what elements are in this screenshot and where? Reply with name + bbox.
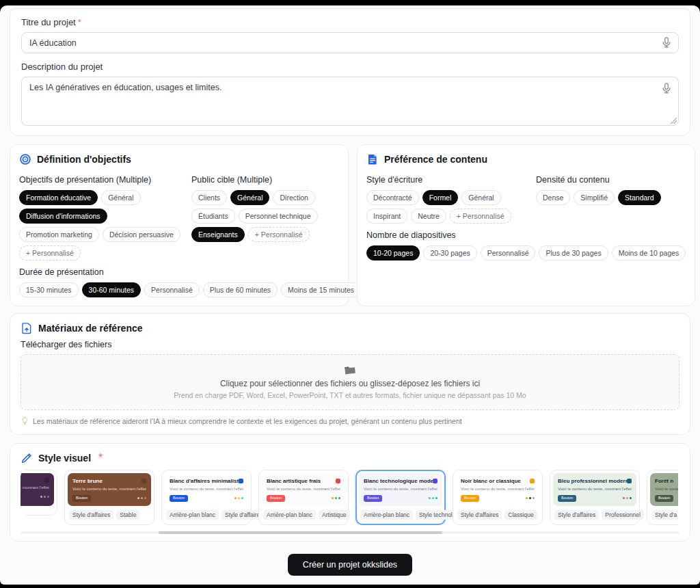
chip-decision-persuasive[interactable]: Décision persuasive [103,227,180,242]
chip-moins-de-10-pages[interactable]: Moins de 10 pages [612,245,686,260]
chip-personnalise[interactable]: + Personnalisé [248,227,310,242]
carousel-scrollbar-thumb[interactable] [159,531,442,534]
chip-personnalise[interactable]: Personnalisé [481,245,536,260]
chip-30-60-minutes[interactable]: 30-60 minutes [82,282,142,297]
chip-neutre[interactable]: Neutre [411,209,446,224]
project-title-label: Titre du projet* [21,17,679,27]
chip-20-30-pages[interactable]: 20-30 pages [423,245,476,260]
theme-color-dots [234,497,243,499]
chip-etudiants[interactable]: Étudiants [191,209,235,224]
theme-tag: Professionnel [602,510,644,520]
chip-group: 15-30 minutes30-60 minutesPersonnaliséPl… [19,282,339,297]
theme-color-square [142,479,146,483]
chip-personnalise[interactable]: + Personnalisé [450,209,511,224]
group-nombre-diapositives: Nombre de diapositives 10-20 pages20-30 … [366,230,686,260]
theme-name: Noir blanc or classique [461,478,521,484]
chip-personnalise[interactable]: Personnalisé [144,282,200,297]
chip-moins-de-15-minutes[interactable]: Moins de 15 minutes [281,282,361,297]
theme-tag: Arrière-plan blanc [166,510,219,520]
textarea-resize-handle[interactable] [671,118,677,124]
folder-icon [344,364,355,375]
chip-inspirant[interactable]: Inspirant [366,209,407,224]
theme-card-noir-blanc-or-classique[interactable]: Noir blanc or classiqueVoici le contenu … [453,470,543,525]
theme-tag: Style d'affaires [457,510,502,520]
voice-input-button[interactable] [660,82,673,94]
chip-general[interactable]: Général [461,190,500,205]
theme-tag: Arrière-plan blanc [263,510,316,520]
theme-color-square [336,479,340,483]
theme-tag: Classique [504,510,537,520]
theme-color-dots [429,497,438,499]
reference-tip-text: Les matériaux de référence aideront l'IA… [33,416,462,426]
group-densite-contenu: Densité du contenu DenseSimplifiéStandar… [536,168,686,224]
theme-tags: Style d'affairesClassique [456,506,539,522]
group-label: Nombre de diapositives [366,230,686,240]
theme-color-dots [526,497,535,499]
theme-preview: Forêt nVoici le contenu du texte, montra… [650,473,678,506]
theme-slot: Voici le contenu du texte, montrant l'ef… [21,470,57,516]
theme-card-bleu-professionnel-moderne[interactable]: Bleu professionnel moderneVoici le conte… [550,470,640,525]
theme-card-blanc-artistique-frais[interactable]: Blanc artistique fraisVoici le contenu d… [258,470,349,525]
voice-input-button[interactable] [660,36,673,49]
chip-clients[interactable]: Clients [191,190,227,205]
theme-sample-button: Bouton [170,495,188,502]
chip-enseignants[interactable]: Enseignants [191,227,245,242]
theme-tag: Arrière-plan blanc [360,510,413,520]
theme-name: Terre brune [72,478,103,484]
theme-tags: Style d'a [650,506,678,522]
chip-formel[interactable]: Formel [422,190,459,205]
chip-simplifie[interactable]: Simplifié [574,190,615,205]
section-title: Préférence de contenu [384,154,487,165]
pen-icon [21,452,33,464]
chip-group: ClientsGénéralDirectionÉtudiantsPersonne… [191,190,339,242]
theme-sample-text: Voici le contenu du texte, montrant l'ef… [267,487,340,491]
chip-general[interactable]: Général [101,190,140,205]
group-objectifs-presentation: Objectifs de présentation (Multiple) For… [19,168,183,260]
theme-name: Blanc artistique frais [267,478,321,484]
theme-card-foret-n[interactable]: Forêt nVoici le contenu du texte, montra… [647,470,678,525]
chip-plus-de-60-minutes[interactable]: Plus de 60 minutes [203,282,278,297]
theme-sample-text: Voici le contenu du texte, montrant l'ef… [558,487,632,491]
document-icon [366,153,379,165]
theme-card-terre-brune[interactable]: Terre bruneVoici le contenu du texte, mo… [64,470,154,525]
mic-icon [660,82,673,94]
chip-diffusion-d-informations[interactable]: Diffusion d'informations [19,209,107,224]
chip-dense[interactable]: Dense [536,190,570,205]
theme-name: Bleu professionnel moderne [558,478,627,484]
group-duree-presentation: Durée de présentation 15-30 minutes30-60… [19,267,339,297]
chip-promotion-marketing[interactable]: Promotion marketing [19,227,99,242]
reference-materials-card: Matériaux de référence Télécharger des f… [10,313,690,435]
mic-icon [660,36,673,49]
theme-card-partial[interactable]: Voici le contenu du texte, montrant l'ef… [21,470,57,516]
theme-preview: Blanc artistique fraisVoici le contenu d… [262,473,345,506]
theme-color-dots [623,497,632,499]
theme-preview: Blanc d'affaires minimalisteVoici le con… [165,473,248,506]
file-dropzone[interactable]: Cliquez pour sélectionner des fichiers o… [21,354,679,410]
theme-slot: Blanc technologique moderneVoici le cont… [355,470,446,525]
visual-style-card: Style visuel * Voici le contenu du texte… [10,443,690,542]
create-project-button[interactable]: Créer un projet okkslides [288,554,412,576]
chip-standard[interactable]: Standard [618,190,661,205]
chip-15-30-minutes[interactable]: 15-30 minutes [19,282,79,297]
group-label: Durée de présentation [19,267,339,277]
theme-slot: Terre bruneVoici le contenu du texte, mo… [64,470,154,525]
chip-personnalise[interactable]: + Personnalisé [19,245,81,260]
theme-card-blanc-d-affaires-minimaliste[interactable]: Blanc d'affaires minimalisteVoici le con… [161,470,252,525]
theme-card-blanc-technologique-moderne[interactable]: Blanc technologique moderneVoici le cont… [355,470,446,525]
target-icon [19,153,31,165]
chip-direction[interactable]: Direction [273,190,314,205]
project-title-input[interactable] [21,32,679,53]
group-label: Public cible (Multiple) [191,175,339,185]
dropzone-main-text: Cliquez pour sélectionner des fichiers o… [220,379,480,388]
chip-personnel-technique[interactable]: Personnel technique [239,209,318,224]
chip-general[interactable]: Général [230,190,269,205]
project-title-label-text: Titre du projet [21,17,76,27]
chip-decontracte[interactable]: Décontracté [366,190,419,205]
project-description-textarea[interactable]: Les IA génératives en éducation, usages … [21,77,679,126]
chip-10-20-pages[interactable]: 10-20 pages [366,245,420,260]
theme-tags: Style d'affairesStable [68,506,151,522]
carousel-scrollbar-track[interactable] [21,531,679,534]
chip-formation-educative[interactable]: Formation éducative [19,190,98,205]
chip-plus-de-30-pages[interactable]: Plus de 30 pages [539,245,608,260]
theme-carousel: Voici le contenu du texte, montrant l'ef… [21,470,679,525]
